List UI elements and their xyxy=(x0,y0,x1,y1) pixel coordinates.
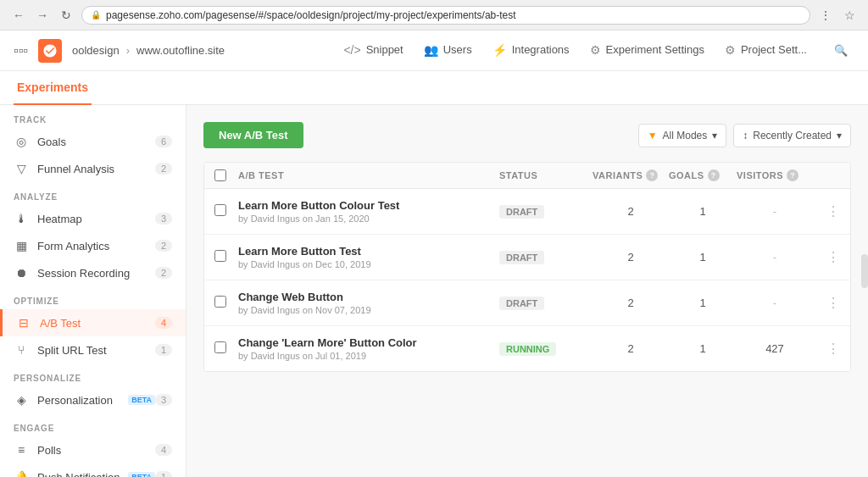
goals-help-icon[interactable]: ? xyxy=(708,169,720,181)
nav-snippet[interactable]: </> Snippet xyxy=(333,31,413,71)
ab-test-icon: ⊟ xyxy=(16,315,31,330)
goals-icon: ◎ xyxy=(14,134,29,149)
row3-info: Change Web Button by David Ingus on Nov … xyxy=(238,291,499,315)
nav-users[interactable]: 👥 Users xyxy=(414,31,482,71)
sidebar-item-session-recording[interactable]: ⏺ Session Recording 2 xyxy=(0,259,186,286)
browser-chrome: ← → ↻ 🔒 pagesense.zoho.com/pagesense/#/s… xyxy=(0,0,868,31)
table-header: A/B TEST STATUS VARIANTS ? GOALS ? VISIT… xyxy=(204,163,850,189)
row3-test-name[interactable]: Change Web Button xyxy=(238,291,499,303)
users-icon: 👥 xyxy=(424,43,438,57)
form-analytics-label: Form Analytics xyxy=(37,240,155,252)
sidebar-item-push-notification[interactable]: 🔔 Push Notification BETA 1 xyxy=(0,463,186,477)
personalization-icon: ◈ xyxy=(14,392,29,408)
breadcrumb-separator: › xyxy=(126,44,130,57)
row3-checkbox-cell xyxy=(214,296,238,310)
row1-variants: 2 xyxy=(593,205,669,218)
personalize-section-label: PERSONALIZE xyxy=(0,363,186,386)
extensions-button[interactable]: ⋮ xyxy=(817,7,834,24)
split-url-count: 1 xyxy=(155,344,172,356)
sidebar-item-polls[interactable]: ≡ Polls 4 xyxy=(0,436,186,463)
optimize-section-label: OPTIMIZE xyxy=(0,286,186,309)
grid-icon[interactable]: ▫▫▫ xyxy=(14,43,28,58)
push-notification-label: Push Notification xyxy=(37,471,125,478)
forward-button[interactable]: → xyxy=(34,7,51,24)
visitors-help-icon[interactable]: ? xyxy=(787,169,798,181)
url-text: pagesense.zoho.com/pagesense/#/space/ool… xyxy=(106,9,516,21)
row1-info: Learn More Button Colour Test by David I… xyxy=(238,199,499,224)
row1-checkbox-cell xyxy=(214,204,238,219)
row3-checkbox[interactable] xyxy=(214,296,226,308)
nav-project-settings[interactable]: ⚙ Project Sett... xyxy=(715,31,817,71)
table-row: Learn More Button Colour Test by David I… xyxy=(204,189,850,235)
nav-experiment-settings[interactable]: ⚙ Experiment Settings xyxy=(580,31,715,71)
heatmap-icon: 🌡 xyxy=(14,211,29,226)
row4-test-name[interactable]: Change 'Learn More' Button Color xyxy=(238,336,499,349)
session-recording-count: 2 xyxy=(155,267,172,279)
row4-status-cell: RUNNING xyxy=(499,342,593,356)
experiments-tab[interactable]: Experiments xyxy=(14,71,92,105)
new-ab-test-button[interactable]: New A/B Test xyxy=(203,122,303,148)
row4-more-button[interactable]: ⋮ xyxy=(813,341,840,357)
select-all-checkbox[interactable] xyxy=(214,169,226,181)
row1-goals: 1 xyxy=(669,205,737,218)
lock-icon: 🔒 xyxy=(91,10,101,19)
toolbar: New A/B Test ▼ All Modes ▾ ↕ Recently Cr… xyxy=(203,122,851,148)
row2-info: Learn More Button Test by David Ingus on… xyxy=(238,245,499,269)
row1-status-cell: DRAFT xyxy=(499,205,593,219)
row3-status-badge: DRAFT xyxy=(499,297,544,310)
heatmap-label: Heatmap xyxy=(37,213,155,225)
recently-created-sort[interactable]: ↕ Recently Created ▾ xyxy=(733,124,851,147)
nav-integrations-label: Integrations xyxy=(512,43,570,56)
polls-label: Polls xyxy=(37,444,155,457)
search-button[interactable]: 🔍 xyxy=(827,37,854,64)
brand-name[interactable]: ooldesign xyxy=(72,44,120,57)
track-section-label: TRACK xyxy=(0,105,186,128)
engage-section-label: ENGAGE xyxy=(0,413,186,436)
row1-checkbox[interactable] xyxy=(214,204,226,216)
row2-more-button[interactable]: ⋮ xyxy=(813,249,840,265)
nav-integrations[interactable]: ⚡ Integrations xyxy=(482,31,580,71)
bookmark-button[interactable]: ☆ xyxy=(841,7,858,24)
sidebar-item-goals[interactable]: ◎ Goals 6 xyxy=(0,128,186,155)
row4-checkbox[interactable] xyxy=(214,341,226,353)
filter-icon: ▼ xyxy=(648,130,658,141)
sidebar-item-ab-test[interactable]: ⊟ A/B Test 4 xyxy=(0,309,186,336)
col-header-variants: VARIANTS ? xyxy=(593,169,669,181)
recently-created-label: Recently Created xyxy=(753,130,832,141)
refresh-button[interactable]: ↻ xyxy=(58,7,75,24)
row4-goals: 1 xyxy=(669,342,737,355)
funnel-analysis-count: 2 xyxy=(155,163,172,175)
brand-logo xyxy=(38,39,62,63)
sidebar-item-personalization[interactable]: ◈ Personalization BETA 3 xyxy=(0,386,186,413)
row4-status-badge: RUNNING xyxy=(499,342,556,356)
row4-test-meta: by David Ingus on Jul 01, 2019 xyxy=(238,351,499,361)
row3-visitors: - xyxy=(737,297,813,309)
sort-chevron-icon: ▾ xyxy=(837,130,842,141)
all-modes-filter[interactable]: ▼ All Modes ▾ xyxy=(638,124,727,147)
table-row: Change 'Learn More' Button Color by Davi… xyxy=(204,326,850,371)
sidebar-item-form-analytics[interactable]: ▦ Form Analytics 2 xyxy=(0,232,186,259)
row2-test-name[interactable]: Learn More Button Test xyxy=(238,245,499,258)
funnel-icon: ▽ xyxy=(14,161,29,176)
experiment-settings-icon: ⚙ xyxy=(590,43,601,57)
row4-variants: 2 xyxy=(593,342,669,355)
row1-test-name[interactable]: Learn More Button Colour Test xyxy=(238,199,499,212)
sidebar-item-funnel-analysis[interactable]: ▽ Funnel Analysis 2 xyxy=(0,155,186,182)
row2-checkbox[interactable] xyxy=(214,250,226,262)
sidebar-item-heatmap[interactable]: 🌡 Heatmap 3 xyxy=(0,205,186,232)
row2-goals: 1 xyxy=(669,251,737,263)
heatmap-count: 3 xyxy=(155,213,172,225)
back-button[interactable]: ← xyxy=(10,7,27,24)
row2-status-badge: DRAFT xyxy=(499,251,544,264)
url-bar[interactable]: 🔒 pagesense.zoho.com/pagesense/#/space/o… xyxy=(81,6,810,25)
row3-more-button[interactable]: ⋮ xyxy=(813,295,840,311)
row1-more-button[interactable]: ⋮ xyxy=(813,203,840,219)
variants-help-icon[interactable]: ? xyxy=(646,169,658,181)
sidebar-item-split-url[interactable]: ⑂ Split URL Test 1 xyxy=(0,336,186,363)
nav-users-label: Users xyxy=(443,43,472,56)
row4-checkbox-cell xyxy=(214,341,238,356)
table-row: Learn More Button Test by David Ingus on… xyxy=(204,235,850,280)
session-recording-icon: ⏺ xyxy=(14,265,29,280)
push-notification-beta-badge: BETA xyxy=(128,472,155,477)
scrollbar-indicator[interactable] xyxy=(861,254,868,288)
